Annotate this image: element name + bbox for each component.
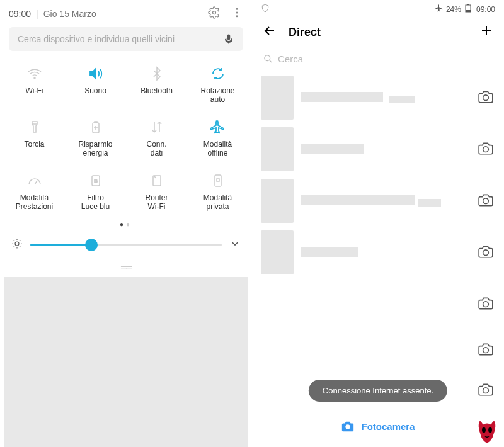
- camera-filled-icon: [341, 419, 355, 433]
- svg-rect-13: [466, 10, 471, 12]
- svg-rect-9: [215, 175, 221, 186]
- avatar: [261, 127, 294, 171]
- microphone-icon[interactable]: [223, 33, 234, 45]
- svg-point-1: [236, 8, 238, 10]
- tile-blue-light[interactable]: BFiltroLuce blu: [65, 164, 126, 218]
- conversation-row[interactable]: [261, 278, 495, 330]
- tile-data[interactable]: Conn.dati: [126, 111, 187, 164]
- conversation-row[interactable]: [261, 227, 495, 278]
- camera-icon[interactable]: [478, 140, 495, 159]
- tile-performance[interactable]: ModalitàPrestazioni: [4, 164, 65, 218]
- clock-time: 09:00: [9, 9, 31, 19]
- status-bar-right: 24% 09:00: [252, 0, 504, 16]
- footer-label: Fotocamera: [361, 421, 415, 432]
- svg-point-21: [483, 348, 489, 353]
- svg-point-3: [236, 15, 238, 17]
- svg-point-2: [236, 12, 238, 14]
- avatar: [261, 76, 294, 120]
- direct-header: Direct: [252, 16, 504, 48]
- direct-search[interactable]: Cerca: [252, 48, 504, 72]
- brightness-icon: [11, 238, 23, 252]
- tile-bluetooth[interactable]: Bluetooth: [126, 57, 187, 111]
- notification-area: [4, 277, 248, 447]
- svg-point-23: [346, 424, 350, 429]
- brightness-row: [0, 234, 252, 259]
- svg-point-11: [15, 242, 19, 246]
- search-placeholder: Cerca dispositivo e individua quelli vic…: [18, 34, 223, 44]
- device-search-bar[interactable]: Cerca dispositivo e individua quelli vic…: [9, 27, 243, 51]
- tile-battery-saver[interactable]: Risparmioenergia: [65, 111, 126, 164]
- svg-point-0: [213, 11, 216, 14]
- airplane-status-icon: [435, 4, 444, 14]
- shield-icon: [261, 4, 270, 14]
- svg-text:B: B: [94, 178, 97, 184]
- camera-icon[interactable]: [478, 88, 495, 107]
- svg-point-15: [265, 55, 270, 61]
- svg-point-24: [482, 427, 486, 433]
- tile-airplane[interactable]: Modalitàoffline: [187, 111, 248, 164]
- camera-icon[interactable]: [478, 243, 495, 262]
- avatar: [261, 374, 294, 407]
- camera-icon[interactable]: [478, 381, 495, 400]
- new-message-icon[interactable]: [479, 23, 494, 41]
- tile-private[interactable]: Modalitàprivata: [187, 164, 248, 218]
- svg-point-25: [488, 427, 492, 433]
- panel-drag-handle[interactable]: ══: [0, 259, 252, 274]
- instagram-direct-panel: 24% 09:00 Direct Cerca: [252, 0, 504, 447]
- conversation-row[interactable]: [261, 72, 495, 123]
- svg-point-18: [483, 198, 489, 204]
- brightness-slider[interactable]: [30, 244, 222, 246]
- page-title: Direct: [289, 26, 321, 39]
- conversation-row[interactable]: [261, 123, 495, 175]
- svg-point-20: [483, 302, 489, 307]
- svg-rect-8: [153, 176, 161, 186]
- avatar: [261, 282, 294, 326]
- conversation-list: [252, 72, 504, 410]
- svg-point-22: [483, 388, 489, 393]
- tile-wifi[interactable]: Wi-Fi: [4, 57, 65, 111]
- quick-tiles-grid: Wi-Fi Suono Bluetooth Rotazioneauto Torc…: [0, 57, 252, 217]
- chevron-down-icon[interactable]: [229, 238, 241, 252]
- quick-settings-panel: 09:00 | Gio 15 Marzo Cerca dispositivo e…: [0, 0, 252, 447]
- camera-icon[interactable]: [478, 295, 495, 314]
- svg-point-19: [483, 250, 489, 256]
- demon-logo-icon: [474, 418, 500, 444]
- connection-toast: Connessione Internet assente.: [309, 380, 447, 402]
- tile-rotation[interactable]: Rotazioneauto: [187, 57, 248, 111]
- svg-rect-10: [217, 179, 219, 181]
- battery-percent: 24%: [446, 5, 461, 14]
- svg-point-17: [483, 147, 489, 152]
- search-icon: [263, 54, 273, 64]
- status-bar: 09:00 | Gio 15 Marzo: [0, 0, 252, 25]
- avatar: [261, 179, 294, 223]
- tile-sound[interactable]: Suono: [65, 57, 126, 111]
- camera-footer[interactable]: Fotocamera: [252, 410, 504, 442]
- tile-flashlight[interactable]: Torcia: [4, 111, 65, 164]
- camera-icon[interactable]: [478, 191, 495, 210]
- more-menu-icon[interactable]: [220, 6, 243, 21]
- tile-router[interactable]: RouterWi-Fi: [126, 164, 187, 218]
- svg-point-4: [34, 77, 35, 79]
- settings-gear-icon[interactable]: [198, 6, 220, 21]
- page-indicator[interactable]: ●●: [0, 217, 252, 234]
- status-time: 09:00: [476, 5, 495, 14]
- camera-icon[interactable]: [478, 341, 495, 359]
- search-placeholder: Cerca: [278, 54, 303, 64]
- status-date: Gio 15 Marzo: [43, 9, 96, 19]
- battery-icon: [464, 4, 472, 14]
- back-arrow-icon[interactable]: [262, 23, 277, 41]
- conversation-row[interactable]: [261, 330, 495, 370]
- svg-point-16: [483, 95, 489, 101]
- svg-rect-14: [467, 4, 469, 5]
- avatar: [261, 334, 294, 366]
- avatar: [261, 230, 294, 274]
- conversation-row[interactable]: [261, 175, 495, 227]
